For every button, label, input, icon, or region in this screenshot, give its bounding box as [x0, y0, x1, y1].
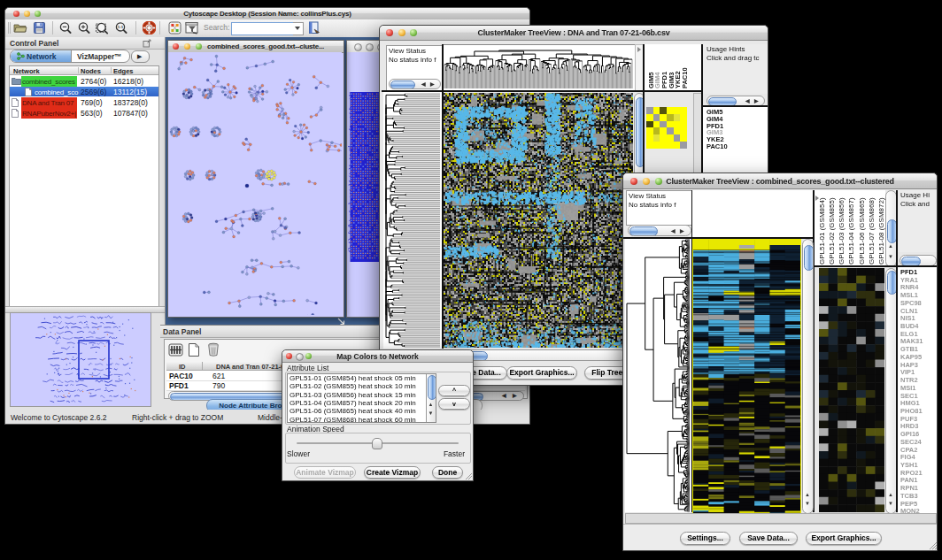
treeview1-heatmap-canvas[interactable] [444, 93, 633, 348]
status-scroll-thumb[interactable] [629, 226, 658, 236]
internal-frame-resize-arrow-icon[interactable] [337, 318, 345, 326]
heatmap-vscroll-thumb[interactable] [804, 245, 814, 271]
scroll-right-arrow[interactable]: ▶ [680, 227, 684, 234]
zoom-out-icon[interactable] [58, 21, 73, 35]
move-down-button[interactable]: v [438, 398, 470, 410]
create-attribute-icon[interactable] [188, 343, 200, 357]
scroll-left-arrow[interactable]: ◀ [421, 81, 426, 87]
network-tree-row[interactable]: RNAPuberNov2+|563(0)107847(0) [10, 108, 158, 118]
treeview2-titlebar[interactable]: ClusterMaker TreeView : combined_scores_… [623, 173, 937, 189]
column-header-network[interactable]: Network [13, 67, 40, 75]
network-tab-icon[interactable] [17, 52, 25, 60]
attribute-list-item[interactable]: GPL51-02 (GSM855) heat shock 10 min [290, 382, 416, 390]
scroll-down-arrow[interactable]: ▼ [888, 254, 893, 259]
column-dendrogram-canvas[interactable] [444, 45, 633, 89]
treeview1-button-exportgraphics[interactable]: Export Graphics... [506, 366, 577, 380]
scroll-up-arrow[interactable]: ▲ [888, 243, 893, 249]
treeview2-button-savedata[interactable]: Save Data... [739, 532, 798, 545]
network-tree-row[interactable]: DNA and Tran 07769(0)183728(0) [10, 97, 158, 107]
search-dropdown-button[interactable] [293, 22, 304, 35]
help-lifesaver-icon[interactable] [143, 21, 156, 35]
float-panel-icon[interactable] [143, 39, 151, 48]
scroll-left-arrow[interactable]: ◀ [502, 392, 506, 398]
usage-scroll-thumb[interactable] [901, 257, 921, 266]
status-scroll-thumb[interactable] [390, 81, 415, 89]
scroll-down-arrow[interactable]: ▼ [429, 410, 434, 416]
zoom-in-icon[interactable] [77, 21, 91, 35]
network-file-icon[interactable] [12, 98, 19, 107]
resize-grip-icon[interactable] [928, 541, 937, 549]
minimize-button[interactable] [184, 43, 190, 50]
scroll-up-arrow[interactable]: ▲ [429, 402, 434, 407]
delete-attribute-icon[interactable] [207, 342, 220, 357]
zoom-actual-icon[interactable]: 1:1 [114, 21, 128, 35]
dialog-button-animatevizmap[interactable]: Animate Vizmap [294, 466, 356, 479]
open-folder-icon[interactable] [13, 21, 27, 35]
network-file-icon[interactable] [12, 109, 19, 118]
scroll-up-arrow[interactable]: ▲ [805, 492, 810, 497]
treeview1-titlebar[interactable]: ClusterMaker TreeView : DNA and Tran 07-… [380, 26, 768, 41]
scroll-left-arrow[interactable]: ◀ [745, 97, 750, 104]
treeview2-heatmap-canvas[interactable] [693, 240, 800, 513]
network-canvas-1[interactable] [168, 52, 342, 315]
select-attributes-icon[interactable] [168, 343, 183, 357]
scroll-left-arrow[interactable]: ◀ [671, 227, 676, 234]
network-tree-row[interactable]: combined_scores2764(0)16218(0) [10, 76, 158, 86]
filter-window-icon[interactable] [185, 21, 199, 35]
resize-grip-icon[interactable] [465, 472, 472, 479]
row-dendrogram-canvas[interactable] [625, 239, 691, 512]
treeview2-zoom-canvas[interactable] [819, 268, 884, 512]
attribute-list-item[interactable]: GPL51-07 (GSM868) heat shock 60 min [290, 416, 416, 424]
scroll-up-arrow[interactable]: ▲ [888, 492, 893, 497]
tab-vizmapper[interactable]: VizMapper™ [72, 50, 129, 62]
scroll-right-arrow[interactable]: ▶ [430, 81, 435, 87]
status-hscrollbar[interactable]: ◀▶ [628, 225, 691, 236]
list-vscrollbar[interactable]: ▲▼ [426, 374, 436, 422]
dialog-titlebar[interactable]: Map Colors to Network [282, 350, 473, 363]
treeview2-button-settings[interactable]: Settings... [680, 532, 730, 545]
cytoscape-titlebar[interactable]: Cytoscape Desktop (Session Name: collins… [5, 8, 529, 20]
scroll-down-arrow[interactable]: ▼ [805, 501, 810, 506]
attribute-list-item[interactable]: GPL51-04 (GSM857) heat shock 20 min [290, 399, 416, 407]
network-tree-row[interactable]: combined_sco2569(6)13112(15) [10, 87, 158, 96]
network-folder-icon[interactable] [12, 77, 21, 85]
list-vscroll-thumb[interactable] [428, 375, 436, 400]
usage-scroll-thumb[interactable] [708, 97, 737, 106]
network-file-icon[interactable] [25, 88, 32, 96]
minimize-button[interactable] [366, 43, 374, 51]
search-input[interactable] [231, 22, 294, 35]
attribute-list-item[interactable]: GPL51-01 (GSM854) heat shock 05 min [290, 374, 416, 382]
heatmap-vscrollbar[interactable]: ▲▼ [802, 239, 814, 514]
gene-label: YSH1 [900, 461, 918, 469]
speed-slider-thumb[interactable] [372, 438, 382, 449]
column-header-edges[interactable]: Edges [113, 67, 134, 75]
zoom-button[interactable] [196, 43, 202, 50]
label-vscroll-thumb[interactable] [887, 219, 897, 243]
tabs-overflow-button[interactable]: ▶ [131, 50, 150, 63]
id-column-header[interactable]: ID [179, 363, 186, 371]
close-button[interactable] [354, 43, 362, 51]
correlation-matrix[interactable] [646, 107, 687, 149]
birdseye-canvas[interactable] [11, 313, 149, 404]
move-up-button[interactable]: ^ [438, 385, 470, 396]
close-button[interactable] [173, 43, 179, 50]
tab-network[interactable]: Network [11, 50, 72, 62]
attribute-list-item[interactable]: GPL51-03 (GSM856) heat shock 15 min [290, 391, 416, 399]
treeview2-button-exportgraphics[interactable]: Export Graphics... [806, 532, 882, 545]
status-hscrollbar[interactable]: ◀▶ [389, 79, 441, 89]
scroll-right-arrow[interactable]: ▶ [513, 392, 517, 398]
dialog-button-createvizmap[interactable]: Create Vizmap [364, 466, 421, 479]
zoom-selected-icon[interactable] [95, 21, 110, 35]
dialog-button-done[interactable]: Done [432, 466, 463, 479]
vizmapper-nodes-icon[interactable] [168, 21, 181, 35]
network-window1-titlebar[interactable]: combined_scores_good.txt--cluste... [168, 41, 344, 53]
scroll-right-arrow[interactable]: ▶ [754, 97, 759, 104]
zoom-vscroll-thumb[interactable] [887, 271, 897, 295]
column-header-nodes[interactable]: Nodes [81, 67, 101, 75]
attribute-list[interactable]: GPL51-01 (GSM854) heat shock 05 minGPL51… [287, 373, 436, 423]
attribute-list-item[interactable]: GPL51-06 (GSM865) heat shock 40 min [290, 407, 416, 415]
scroll-down-arrow[interactable]: ▼ [888, 501, 893, 506]
save-icon[interactable] [33, 21, 46, 35]
row-dendrogram-canvas[interactable] [384, 93, 441, 348]
annotation-edit-icon[interactable] [308, 21, 320, 35]
